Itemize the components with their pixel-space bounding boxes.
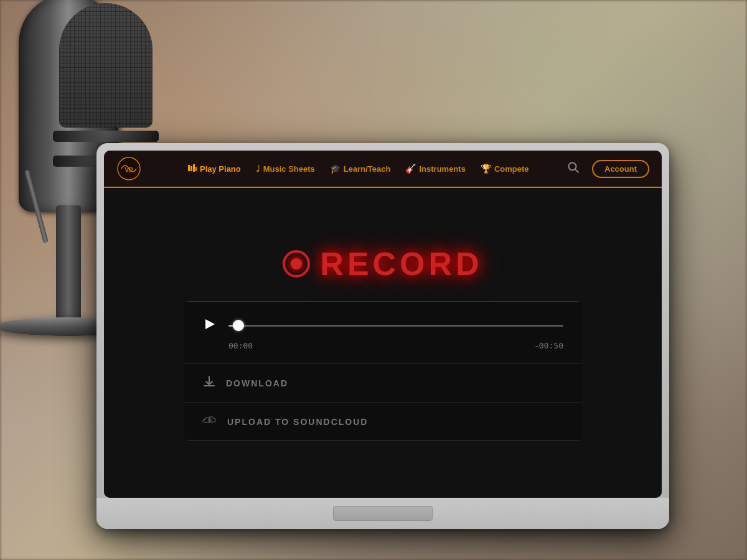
play-button[interactable] xyxy=(202,317,216,334)
record-title-area: RECORD xyxy=(283,245,482,282)
bars-icon xyxy=(188,164,197,174)
trophy-icon: 🏆 xyxy=(481,164,491,174)
account-label: Account xyxy=(604,164,637,174)
nav-items: Play Piano ♩ Music Sheets 🎓 Learn/Teach xyxy=(182,160,564,178)
nav-label-learn-teach: Learn/Teach xyxy=(344,164,391,174)
record-icon xyxy=(283,250,310,278)
navbar: VP xyxy=(104,151,662,188)
progress-thumb[interactable] xyxy=(233,320,244,331)
nav-item-play-piano[interactable]: Play Piano xyxy=(182,160,247,178)
nav-item-instruments[interactable]: 🎸 Instruments xyxy=(399,160,471,177)
nav-label-music-sheets: Music Sheets xyxy=(263,164,315,174)
nav-item-music-sheets[interactable]: ♩ Music Sheets xyxy=(250,160,321,177)
time-remaining: -00:50 xyxy=(534,341,563,350)
nav-right: Account xyxy=(564,158,649,180)
app-container: VP xyxy=(104,151,662,498)
progress-track xyxy=(228,325,563,327)
nav-item-learn-teach[interactable]: 🎓 Learn/Teach xyxy=(324,160,397,177)
svg-rect-4 xyxy=(193,164,195,172)
graduation-icon: 🎓 xyxy=(330,164,341,174)
progress-container[interactable] xyxy=(228,325,563,327)
nav-label-play-piano: Play Piano xyxy=(200,164,241,174)
soundcloud-icon xyxy=(202,414,217,429)
time-current: 00:00 xyxy=(228,341,253,350)
svg-rect-2 xyxy=(188,165,190,171)
svg-text:VP: VP xyxy=(125,167,133,174)
laptop-bottom-bar xyxy=(96,498,669,529)
svg-rect-5 xyxy=(195,167,197,171)
time-row: 00:00 -00:50 xyxy=(202,341,563,353)
download-icon xyxy=(202,375,216,391)
search-icon xyxy=(567,161,580,174)
svg-rect-3 xyxy=(190,166,192,171)
svg-line-7 xyxy=(575,169,578,172)
nav-item-compete[interactable]: 🏆 Compete xyxy=(474,160,535,177)
search-button[interactable] xyxy=(564,158,583,180)
guitar-icon: 🎸 xyxy=(405,164,416,174)
player-box: 00:00 -00:50 DOWNLOAD xyxy=(184,301,582,441)
player-controls: 00:00 -00:50 xyxy=(184,302,582,363)
laptop-device: VP xyxy=(96,143,669,529)
account-button[interactable]: Account xyxy=(592,160,649,178)
laptop-screen: VP xyxy=(104,151,662,498)
record-title-text: RECORD xyxy=(320,245,482,282)
nav-label-instruments: Instruments xyxy=(419,164,465,174)
player-bottom-divider xyxy=(184,440,582,441)
soundcloud-label: UPLOAD TO SOUNDCLOUD xyxy=(227,417,368,427)
music-note-icon: ♩ xyxy=(256,164,260,174)
svg-marker-8 xyxy=(205,319,215,329)
soundcloud-row[interactable]: UPLOAD TO SOUNDCLOUD xyxy=(184,403,582,440)
logo-icon: VP xyxy=(116,156,141,181)
main-content: RECORD xyxy=(104,188,662,498)
controls-row xyxy=(202,317,563,334)
logo-area[interactable]: VP xyxy=(116,156,166,181)
nav-label-compete: Compete xyxy=(494,164,529,174)
play-icon xyxy=(202,317,216,331)
laptop-trackpad[interactable] xyxy=(333,506,433,521)
download-row[interactable]: DOWNLOAD xyxy=(184,363,582,403)
download-label: DOWNLOAD xyxy=(226,378,288,388)
